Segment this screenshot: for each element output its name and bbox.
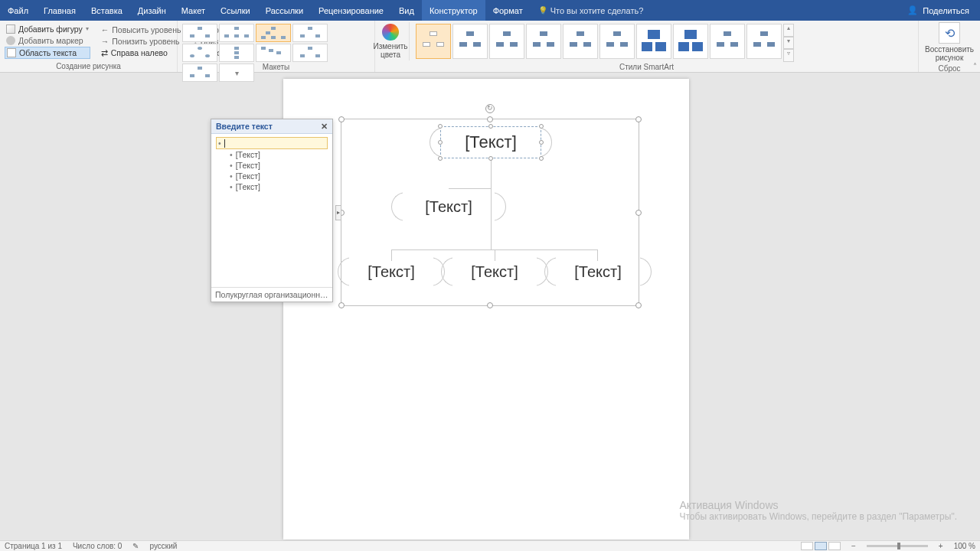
styles-scroll-up[interactable]: ▴ — [783, 24, 794, 37]
tab-review[interactable]: Рецензирование — [311, 0, 391, 21]
ribbon-tabs: Файл Главная Вставка Дизайн Макет Ссылки… — [0, 0, 980, 21]
reset-graphic-button[interactable]: ⟲ Восстановить рисунок — [917, 21, 980, 64]
text-pane-item-2[interactable]: [Текст] — [216, 160, 328, 171]
group-styles: Изменить цвета ▴ ▾ ▿ Стил — [375, 21, 919, 72]
status-language[interactable]: русский — [149, 542, 177, 550]
share-button[interactable]: Поделиться — [897, 0, 980, 21]
smartart-node-root[interactable]: [Текст] — [441, 127, 541, 158]
resize-handle-bc[interactable] — [487, 302, 493, 308]
resize-handle-mr[interactable] — [635, 210, 642, 216]
resize-handle-br[interactable] — [635, 302, 642, 308]
text-pane-item-0[interactable] — [216, 137, 328, 149]
view-read-mode[interactable] — [801, 542, 813, 550]
document-area: ▸ [Текст] [Текст] [Текст] [Текст] [Текст… — [0, 73, 980, 540]
text-pane-toggle[interactable]: Область текста — [5, 47, 90, 59]
activation-watermark: Активация Windows Чтобы активировать Win… — [679, 499, 957, 522]
rotate-handle[interactable] — [485, 104, 495, 113]
group-reset: ⟲ Восстановить рисунок Сброс — [919, 21, 980, 72]
resize-handle-tc[interactable] — [487, 116, 493, 122]
tab-design[interactable]: Дизайн — [130, 0, 174, 21]
style-option-9[interactable] — [710, 24, 745, 59]
tab-references[interactable]: Ссылки — [213, 0, 258, 21]
layout-option-4[interactable] — [292, 24, 328, 42]
view-web-layout[interactable] — [828, 542, 841, 550]
zoom-out-button[interactable]: − — [851, 542, 856, 550]
text-pane-item-1[interactable]: [Текст] — [216, 149, 328, 160]
style-option-4[interactable] — [526, 24, 561, 59]
style-option-5[interactable] — [563, 24, 598, 59]
smartart-node-assistant[interactable]: [Текст] — [403, 192, 495, 221]
color-wheel-icon — [382, 24, 399, 41]
smartart-node-child-1[interactable]: [Текст] — [349, 257, 433, 286]
status-spellcheck-icon[interactable]: ✎ — [132, 542, 139, 550]
zoom-level[interactable]: 100 % — [954, 542, 975, 550]
tell-me-search[interactable]: Что вы хотите сделать? — [531, 0, 652, 21]
zoom-slider[interactable] — [867, 545, 928, 547]
style-option-6[interactable] — [599, 24, 635, 59]
reset-icon: ⟲ — [939, 22, 960, 44]
smartart-selection[interactable]: ▸ [Текст] [Текст] [Текст] [Текст] [Текст… — [341, 119, 639, 306]
tab-home[interactable]: Главная — [36, 0, 83, 21]
style-option-2[interactable] — [452, 24, 488, 59]
layout-option-2[interactable] — [219, 24, 254, 42]
zoom-in-button[interactable]: + — [939, 542, 943, 550]
style-option-8[interactable] — [673, 24, 708, 59]
ribbon: Добавить фигуру Добавить маркер Область … — [0, 21, 980, 73]
smartart-text-pane[interactable]: Введите текст ✕ [Текст] [Текст] [Текст] … — [211, 119, 333, 302]
tab-layout[interactable]: Макет — [174, 0, 213, 21]
resize-handle-tl[interactable] — [338, 116, 345, 122]
rtl-button[interactable]: ⇄ Справа налево — [100, 47, 183, 58]
layout-option-1[interactable] — [182, 24, 217, 42]
collapse-ribbon-button[interactable]: ˄ — [973, 62, 977, 70]
tab-file[interactable]: Файл — [0, 0, 36, 21]
layout-option-6[interactable] — [219, 44, 254, 62]
smartart-node-child-2[interactable]: [Текст] — [452, 257, 537, 286]
text-pane-footer: Полукруглая организационная диагр... — [211, 287, 332, 302]
tab-insert[interactable]: Вставка — [83, 0, 130, 21]
text-pane-item-3[interactable]: [Текст] — [216, 171, 328, 181]
style-option-7[interactable] — [636, 24, 671, 59]
status-bar: Страница 1 из 1 Число слов: 0 ✎ русский … — [0, 540, 980, 551]
resize-handle-tr[interactable] — [635, 116, 642, 122]
layout-option-8[interactable] — [292, 44, 328, 62]
style-option-1-selected[interactable] — [416, 24, 451, 59]
text-pane-expand-tab[interactable]: ▸ — [335, 205, 341, 220]
styles-scroll-down[interactable]: ▾ — [783, 37, 794, 50]
styles-more[interactable]: ▿ — [783, 49, 794, 62]
view-print-layout[interactable] — [815, 542, 827, 550]
text-pane-close-icon[interactable]: ✕ — [321, 122, 328, 131]
text-pane-item-4[interactable]: [Текст] — [216, 181, 328, 192]
text-pane-title: Введите текст ✕ — [211, 119, 332, 134]
style-option-3[interactable] — [489, 24, 524, 59]
add-shape-button[interactable]: Добавить фигуру — [5, 24, 90, 34]
group-create-graphic: Добавить фигуру Добавить маркер Область … — [0, 21, 178, 72]
status-word-count[interactable]: Число слов: 0 — [73, 542, 122, 550]
layout-option-3-selected[interactable] — [256, 24, 291, 42]
tab-mailings[interactable]: Рассылки — [258, 0, 311, 21]
group-label-create: Создание рисунка — [0, 61, 177, 72]
group-label-styles: Стили SmartArt — [375, 62, 918, 73]
change-colors-button[interactable]: Изменить цвета — [375, 22, 406, 60]
layout-option-7[interactable] — [256, 44, 291, 62]
style-option-10[interactable] — [746, 24, 782, 59]
tab-constructor[interactable]: Конструктор — [422, 0, 485, 21]
group-layouts: ▾ Макеты — [178, 21, 375, 72]
tab-view[interactable]: Вид — [391, 0, 422, 21]
tab-format[interactable]: Формат — [485, 0, 531, 21]
smartart-node-child-3[interactable]: [Текст] — [556, 257, 640, 286]
view-mode-buttons — [801, 542, 841, 550]
add-bullet-button: Добавить маркер — [5, 35, 90, 46]
layout-option-5[interactable] — [182, 44, 217, 62]
promote-button: ← Повысить уровень — [100, 24, 183, 35]
resize-handle-bl[interactable] — [338, 302, 345, 308]
status-page[interactable]: Страница 1 из 1 — [5, 542, 62, 550]
demote-button: → Понизить уровень — [100, 36, 183, 47]
